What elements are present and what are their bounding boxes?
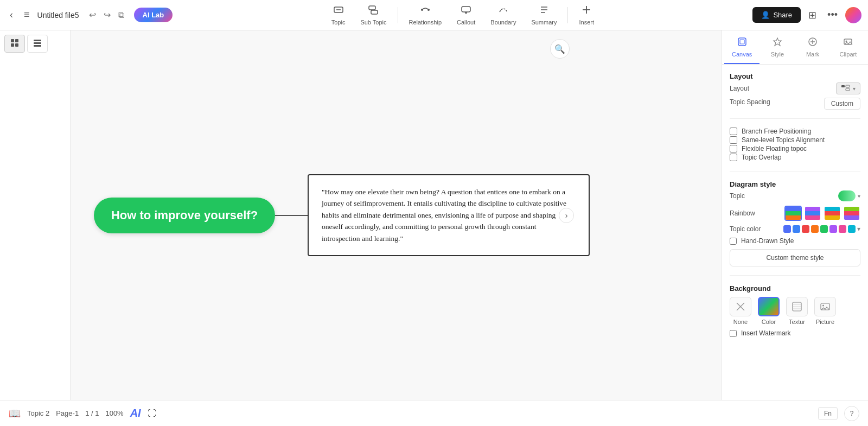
tool-subtopic[interactable]: Sub Topic — [353, 1, 394, 29]
flexible-floating-label: Flexible Floating topoc — [742, 145, 807, 152]
topic-spacing-label: Topic Spacing — [730, 98, 770, 106]
insert-watermark-label: Insert Watermark — [741, 329, 791, 337]
rainbow-opt-1[interactable] — [784, 206, 802, 221]
bg-picture-icon — [814, 297, 836, 316]
svg-point-36 — [822, 305, 824, 307]
color-swatch-7[interactable] — [839, 225, 846, 233]
color-swatch-6[interactable] — [829, 225, 837, 233]
svg-rect-28 — [846, 88, 850, 91]
same-level-checkbox[interactable] — [730, 136, 737, 144]
layout-icon-box[interactable]: ▾ — [836, 82, 860, 94]
svg-rect-16 — [34, 40, 41, 41]
tool-summary[interactable]: Summary — [524, 1, 564, 29]
more-button[interactable]: ••• — [824, 7, 841, 23]
main-area: How to improve yourself? "How may one el… — [0, 30, 868, 400]
insert-watermark-checkbox[interactable] — [730, 330, 737, 337]
sub-node[interactable]: "How may one elevate their own being? A … — [308, 174, 590, 257]
left-sidebar — [0, 30, 71, 400]
branch-free-label: Branch Free Positioning — [742, 128, 811, 135]
topic-style-dropdown-arrow: ▾ — [858, 193, 860, 199]
topic-overlap-row: Topic Overlap — [730, 154, 860, 161]
ai-label[interactable]: AI — [130, 407, 141, 419]
color-swatch-4[interactable] — [811, 225, 819, 233]
rainbow-opt-4[interactable] — [843, 206, 860, 221]
right-panel: Canvas Style Mark Clipart — [722, 30, 868, 400]
topic-overlap-label: Topic Overlap — [742, 154, 781, 161]
avatar[interactable] — [845, 7, 861, 23]
summary-label: Summary — [531, 19, 557, 26]
bg-picture[interactable]: Picture — [814, 297, 836, 325]
help-button[interactable]: ? — [844, 406, 859, 421]
custom-theme-button[interactable]: Custom theme style — [730, 249, 860, 266]
redo-button[interactable]: ↪ — [100, 8, 114, 22]
rainbow-opt-2[interactable] — [804, 206, 821, 221]
canvas-content: How to improve yourself? "How may one el… — [71, 30, 722, 400]
callout-label: Callout — [457, 19, 475, 26]
bg-texture[interactable]: Textur — [786, 297, 808, 325]
flexible-floating-checkbox[interactable] — [730, 145, 737, 152]
tool-relationship[interactable]: Relationship — [401, 1, 450, 29]
background-options: None Color Textur — [730, 297, 860, 325]
bg-none[interactable]: None — [730, 297, 751, 325]
mind-map: How to improve yourself? "How may one el… — [94, 174, 590, 257]
color-swatch-3[interactable] — [802, 225, 809, 233]
subtopic-icon — [368, 4, 379, 18]
bottom-bar: 📖 Topic 2 Page-1 1 / 1 100% AI ⛶ Fn ? — [0, 400, 868, 426]
canvas-tab-icon — [737, 37, 747, 49]
color-swatch-1[interactable] — [783, 225, 791, 233]
canvas[interactable]: How to improve yourself? "How may one el… — [71, 30, 722, 400]
canvas-collapse-button[interactable]: › — [559, 208, 574, 223]
boundary-label: Boundary — [490, 19, 516, 26]
tool-insert[interactable]: Insert — [571, 1, 602, 29]
topic-overlap-checkbox[interactable] — [730, 154, 737, 161]
color-swatch-2[interactable] — [793, 225, 800, 233]
tab-clipart[interactable]: Clipart — [831, 33, 866, 64]
topic-color-label: Topic color — [730, 225, 761, 233]
layout-dropdown-arrow: ▾ — [853, 86, 856, 92]
rainbow-row: Rainbow — [730, 206, 860, 221]
book-icon[interactable]: 📖 — [9, 408, 21, 419]
fn-button[interactable]: Fn — [818, 407, 838, 420]
panel-tabs: Canvas Style Mark Clipart — [722, 30, 868, 65]
tool-callout[interactable]: Callout — [449, 1, 483, 29]
topic-row: Topic ▾ — [730, 190, 860, 201]
topic-color-dropdown-arrow[interactable]: ▾ — [857, 225, 860, 233]
share-button[interactable]: 👤 Share — [752, 7, 801, 23]
topic-label: Topic 2 — [27, 409, 49, 417]
zoom-level: 100% — [105, 409, 123, 417]
canvas-search-button[interactable]: 🔍 — [550, 39, 570, 59]
bg-color[interactable]: Color — [758, 297, 780, 325]
grid-button[interactable]: ⊞ — [805, 7, 820, 23]
tab-mark[interactable]: Mark — [795, 33, 831, 64]
tab-style[interactable]: Style — [760, 33, 795, 64]
ai-lab-button[interactable]: AI Lab — [134, 8, 173, 22]
svg-rect-12 — [11, 39, 14, 42]
main-node[interactable]: How to improve yourself? — [94, 198, 275, 233]
relationship-label: Relationship — [409, 19, 442, 26]
clipart-tab-label: Clipart — [839, 51, 857, 58]
hand-drawn-checkbox[interactable] — [730, 238, 737, 245]
copy-button[interactable]: ⧉ — [115, 8, 127, 22]
mark-tab-label: Mark — [806, 51, 819, 58]
tool-boundary[interactable]: Boundary — [483, 1, 524, 29]
topic-style-selector[interactable]: ▾ — [838, 190, 860, 201]
color-swatch-5[interactable] — [820, 225, 828, 233]
divider-2 — [730, 171, 860, 171]
tab-canvas[interactable]: Canvas — [724, 33, 760, 64]
toolbar-right: 👤 Share ⊞ ••• — [752, 7, 861, 23]
rainbow-label: Rainbow — [730, 209, 755, 217]
checkbox-section: Branch Free Positioning Same-level Topic… — [730, 128, 860, 162]
expand-icon[interactable]: ⛶ — [148, 409, 156, 418]
tool-topic[interactable]: Topic — [324, 1, 353, 29]
branch-free-checkbox[interactable] — [730, 128, 737, 135]
undo-button[interactable]: ↩ — [86, 8, 99, 22]
back-button[interactable]: ‹ — [7, 7, 16, 23]
card-view-button[interactable] — [4, 35, 25, 53]
layout-selector[interactable]: ▾ — [836, 82, 860, 94]
flexible-floating-row: Flexible Floating topoc — [730, 145, 860, 152]
svg-rect-26 — [841, 85, 845, 87]
rainbow-opt-3[interactable] — [824, 206, 841, 221]
list-view-button[interactable] — [27, 35, 48, 53]
menu-button[interactable]: ≡ — [21, 7, 33, 23]
color-swatch-8[interactable] — [848, 225, 856, 233]
